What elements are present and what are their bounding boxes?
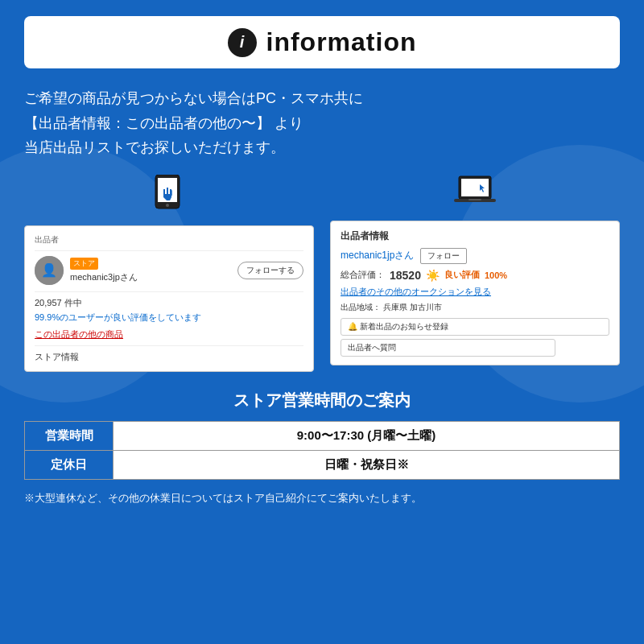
hours-row: 定休日日曜・祝祭日※ [25, 450, 620, 479]
good-label: 良い評価 [444, 269, 480, 281]
hours-section: ストア営業時間のご案内 営業時間9:00〜17:30 (月曜〜土曜)定休日日曜・… [24, 390, 620, 480]
smartphone-icon [152, 175, 186, 221]
auction-link[interactable]: 出品者のその他のオークションを見る [341, 286, 609, 298]
location-text: 出品地域： 兵庫県 加古川市 [341, 302, 609, 313]
left-panel: 出品者 👤 ストア mechanic3jpさん フォローする 20,957 件中… [24, 225, 314, 372]
total-label: 総合評価： [341, 269, 385, 281]
location-value: 兵庫県 加古川市 [383, 303, 442, 312]
store-badge: ストア [70, 258, 98, 270]
laptop-icon [454, 175, 496, 216]
notify-button[interactable]: 🔔 新着出品のお知らせ登録 [341, 318, 609, 336]
hours-value: 日曜・祝祭日※ [114, 450, 620, 479]
question-button[interactable]: 出品者へ質問 [341, 339, 555, 357]
store-info-link[interactable]: ストア情報 [35, 351, 303, 363]
screenshots-row: 出品者 👤 ストア mechanic3jpさん フォローする 20,957 件中… [24, 175, 620, 372]
note-text: ※大型連休など、その他の休業日についてはストア自己紹介にてご案内いたします。 [24, 491, 620, 506]
main-text-line1: ご希望の商品が見つからない場合はPC・スマホ共に [24, 86, 620, 111]
hours-value: 9:00〜17:30 (月曜〜土曜) [114, 421, 620, 450]
info-banner: i information [24, 16, 620, 68]
left-username: mechanic3jpさん [70, 271, 138, 283]
main-text-line3: 当店出品リストでお探しいただけます。 [24, 135, 620, 160]
good-percent: 100% [485, 270, 507, 280]
products-link[interactable]: この出品者の他の商品 [35, 328, 303, 341]
mobile-screenshot-col: 出品者 👤 ストア mechanic3jpさん フォローする 20,957 件中… [24, 175, 314, 372]
hours-label: 営業時間 [25, 421, 114, 450]
hours-table: 営業時間9:00〜17:30 (月曜〜土曜)定休日日曜・祝祭日※ [24, 421, 620, 480]
rating-text: 99.9%のユーザーが良い評価をしています [35, 312, 303, 324]
left-panel-label: 出品者 [35, 234, 303, 246]
main-description: ご希望の商品が見つからない場合はPC・スマホ共に 【出品者情報：この出品者の他の… [24, 86, 620, 160]
left-follow-button[interactable]: フォローする [237, 262, 303, 279]
count-text: 20,957 件中 [35, 297, 303, 309]
desktop-screenshot-col: 出品者情報 mechanic1jpさん フォロー 総合評価： 18520 ☀️ … [330, 175, 620, 365]
hours-label: 定休日 [25, 450, 114, 479]
right-panel: 出品者情報 mechanic1jpさん フォロー 総合評価： 18520 ☀️ … [330, 221, 620, 365]
svg-rect-4 [461, 179, 489, 196]
hours-row: 営業時間9:00〜17:30 (月曜〜土曜) [25, 421, 620, 450]
total-score: 18520 [390, 269, 421, 282]
right-follow-button[interactable]: フォロー [420, 248, 467, 264]
rating-row: 総合評価： 18520 ☀️ 良い評価 100% [341, 269, 609, 282]
right-panel-label: 出品者情報 [341, 229, 609, 243]
main-text-line2: 【出品者情報：この出品者の他の〜】 より [24, 111, 620, 136]
info-title: information [266, 27, 417, 57]
svg-point-2 [166, 204, 169, 207]
right-username: mechanic1jpさん [341, 249, 414, 262]
info-icon: i [228, 28, 257, 57]
hours-title: ストア営業時間のご案内 [24, 390, 620, 411]
svg-rect-6 [469, 199, 481, 200]
